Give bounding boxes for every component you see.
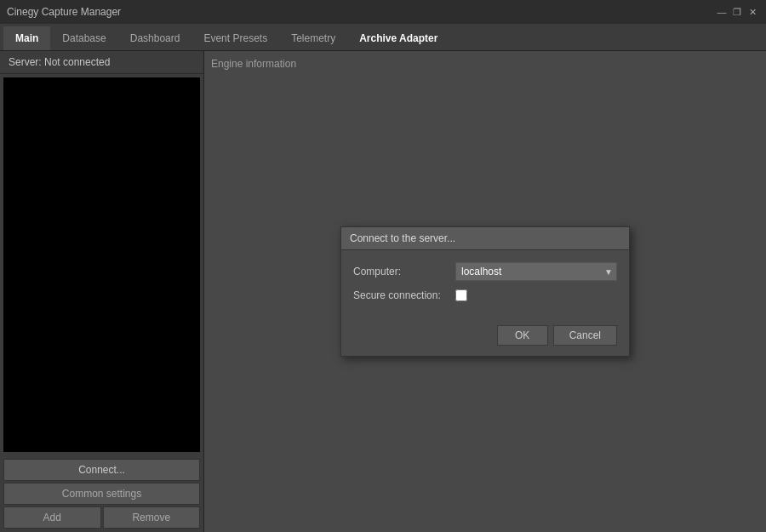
right-panel: Engine information Connect to the server… bbox=[204, 51, 766, 532]
computer-select[interactable]: localhost 127.0.0.1 bbox=[455, 262, 617, 281]
computer-label: Computer: bbox=[353, 266, 455, 277]
cancel-button[interactable]: Cancel bbox=[553, 325, 617, 346]
main-content: Server: Not connected Connect... Common … bbox=[0, 51, 766, 532]
connect-dialog: Connect to the server... Computer: local… bbox=[340, 226, 630, 357]
computer-select-wrapper: localhost 127.0.0.1 ▼ bbox=[455, 262, 617, 281]
restore-button[interactable]: ❐ bbox=[730, 5, 744, 19]
bottom-row: Add Remove bbox=[3, 506, 200, 529]
tab-archive-adapter[interactable]: Archive Adapter bbox=[347, 26, 449, 50]
add-button[interactable]: Add bbox=[3, 506, 101, 529]
server-display bbox=[3, 77, 200, 452]
dialog-title: Connect to the server... bbox=[341, 227, 629, 250]
close-button[interactable]: ✕ bbox=[746, 5, 759, 19]
minimize-button[interactable]: — bbox=[715, 5, 729, 19]
secure-connection-checkbox-wrapper bbox=[455, 289, 467, 301]
dialog-body: Computer: localhost 127.0.0.1 ▼ Secure c… bbox=[341, 250, 629, 318]
connect-button[interactable]: Connect... bbox=[3, 459, 200, 481]
server-status: Server: Not connected bbox=[0, 51, 203, 74]
left-panel: Server: Not connected Connect... Common … bbox=[0, 51, 204, 532]
tab-bar: Main Database Dashboard Event Presets Te… bbox=[0, 24, 766, 51]
tab-telemetry[interactable]: Telemetry bbox=[279, 26, 347, 50]
remove-button[interactable]: Remove bbox=[103, 506, 201, 529]
ok-button[interactable]: OK bbox=[497, 325, 548, 346]
tab-event-presets[interactable]: Event Presets bbox=[192, 26, 279, 50]
tab-database[interactable]: Database bbox=[50, 26, 117, 50]
title-bar: Cinegy Capture Manager — ❐ ✕ bbox=[0, 0, 766, 24]
left-panel-buttons: Connect... Common settings Add Remove bbox=[0, 455, 203, 532]
window-controls: — ❐ ✕ bbox=[715, 5, 759, 19]
modal-overlay: Connect to the server... Computer: local… bbox=[204, 51, 766, 532]
secure-connection-row: Secure connection: bbox=[353, 289, 617, 301]
window-title: Cinegy Capture Manager bbox=[7, 6, 121, 18]
tab-main[interactable]: Main bbox=[3, 26, 50, 50]
tab-dashboard[interactable]: Dashboard bbox=[118, 26, 192, 50]
common-settings-button[interactable]: Common settings bbox=[3, 483, 200, 505]
secure-connection-checkbox[interactable] bbox=[455, 289, 467, 301]
secure-connection-label: Secure connection: bbox=[353, 289, 455, 301]
computer-row: Computer: localhost 127.0.0.1 ▼ bbox=[353, 262, 617, 281]
dialog-footer: OK Cancel bbox=[341, 318, 629, 356]
